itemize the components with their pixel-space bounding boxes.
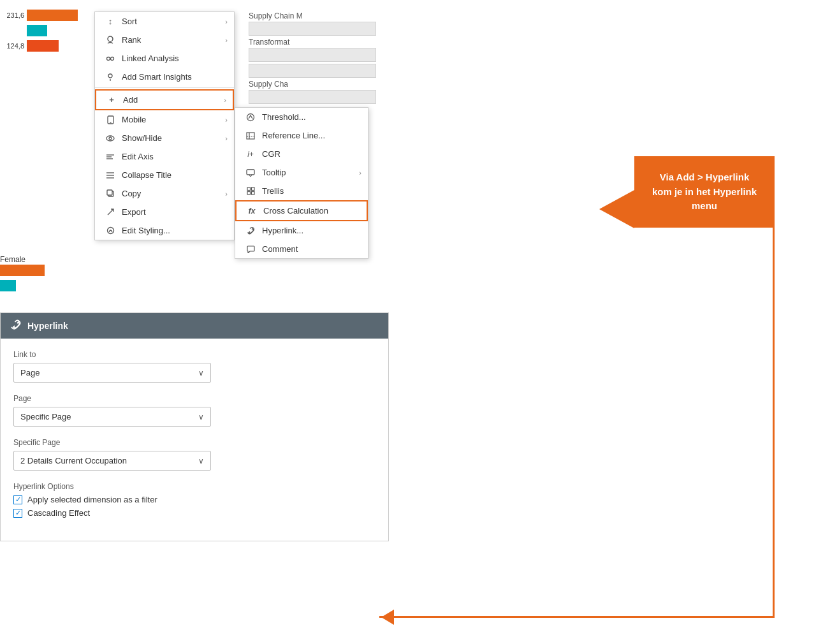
svg-point-1 [107,57,110,60]
table-label-4: Supply Cha [249,80,376,89]
menu-label-rank: Rank [122,35,141,45]
show-hide-icon [104,135,117,142]
small-bar-teal [0,280,16,291]
link-to-select[interactable]: Page ∨ [13,363,211,383]
submenu-label-comment: Comment [262,244,298,254]
menu-item-smart-insights[interactable]: Add Smart Insights [95,68,234,86]
menu-item-linked-analysis[interactable]: Linked Analysis [95,49,234,68]
rank-icon [104,36,117,45]
rank-arrow: › [225,36,228,44]
female-label: Female [0,255,26,264]
checkbox-label-1: Apply selected dimension as a filter [27,495,157,504]
menu-item-mobile[interactable]: Mobile › [95,110,234,129]
svg-rect-27 [251,192,254,195]
submenu-label-hyperlink: Hyperlink... [262,226,303,235]
menu-item-sort[interactable]: ↕ Sort › [95,12,234,31]
connector-vertical [773,209,775,617]
callout-text: Via Add > Hyperlinkkom je in het Hyperli… [652,172,757,211]
menu-item-rank[interactable]: Rank › [95,31,234,49]
add-arrow: › [224,96,226,104]
checkbox-row-2[interactable]: ✓ Cascading Effect [13,508,375,518]
separator-1 [95,87,234,88]
table-area: Supply Chain M Transformat Supply Cha [249,11,376,106]
hyperlink-header-icon [11,319,21,332]
bar-label-1: 231,6 [0,11,24,19]
add-icon: + [105,95,118,105]
chart-area: 231,6 124,8 [0,10,96,55]
linked-analysis-icon [104,54,117,63]
hyperlink-submenu-icon [244,226,257,235]
table-cell-4 [249,90,376,104]
specific-page-chevron: ∨ [198,457,204,465]
hyperlink-header-label: Hyperlink [27,321,68,331]
specific-page-group: Specific Page 2 Details Current Occupati… [13,438,375,471]
menu-label-mobile: Mobile [122,115,146,124]
checkbox-2[interactable]: ✓ [13,509,22,518]
submenu-item-threshold[interactable]: Threshold... [235,108,368,126]
submenu-item-cgr[interactable]: i+ CGR [235,145,368,163]
table-label-2: Transformat [249,38,376,47]
trellis-icon [244,187,257,195]
specific-page-select[interactable]: 2 Details Current Occupation ∨ [13,451,211,471]
mobile-icon [104,115,117,124]
submenu-item-tooltip[interactable]: Tooltip › [235,163,368,182]
connector-horizontal [379,616,775,618]
small-bar-row-1 [0,265,89,276]
copy-arrow: › [225,190,228,198]
link-to-group: Link to Page ∨ [13,350,375,383]
menu-label-edit-axis: Edit Axis [122,152,154,161]
table-cell-3 [249,64,376,78]
callout-arrow [599,190,634,228]
menu-item-show-hide[interactable]: Show/Hide › [95,129,234,147]
menu-item-edit-styling[interactable]: Edit Styling... [95,221,234,240]
link-to-chevron: ∨ [198,369,204,377]
bar-row-teal [0,25,96,36]
bar-teal-1 [27,25,47,36]
sort-icon: ↕ [104,17,117,26]
specific-page-label: Specific Page [13,438,375,447]
menu-label-edit-styling: Edit Styling... [122,226,170,235]
submenu-item-hyperlink[interactable]: Hyperlink... [235,221,368,240]
link-to-label: Link to [13,350,375,359]
callout-box: Via Add > Hyperlinkkom je in het Hyperli… [634,156,775,228]
edit-axis-icon [104,153,117,161]
hyperlink-panel: Hyperlink Link to Page ∨ Page Specific P… [0,312,389,541]
check-mark-2: ✓ [15,509,21,517]
menu-label-copy: Copy [122,189,141,198]
menu-label-sort: Sort [122,17,137,26]
checkbox-label-2: Cascading Effect [27,508,90,518]
menu-item-collapse-title[interactable]: Collapse Title [95,166,234,184]
table-cell-1 [249,22,376,36]
menu-item-copy[interactable]: Copy › [95,184,234,203]
svg-rect-24 [247,187,251,191]
checkbox-row-1[interactable]: ✓ Apply selected dimension as a filter [13,495,375,504]
table-label-1: Supply Chain M [249,11,376,20]
submenu-item-reference-line[interactable]: Reference Line... [235,126,368,145]
copy-icon [104,189,117,198]
menu-item-edit-axis[interactable]: Edit Axis [95,147,234,166]
svg-point-4 [108,74,112,78]
cross-calculation-icon: fx [245,207,258,216]
submenu-item-trellis[interactable]: Trellis [235,182,368,200]
tooltip-arrow: › [359,169,361,177]
page-group: Page Specific Page ∨ [13,394,375,427]
svg-rect-26 [247,192,251,195]
menu-item-add[interactable]: + Add › [95,89,234,110]
svg-rect-20 [247,133,254,139]
submenu-item-cross-calculation[interactable]: fx Cross Calculation [235,200,368,221]
hyperlink-options-label: Hyperlink Options [13,482,375,491]
specific-page-value: 2 Details Current Occupation [20,456,127,465]
page-label: Page [13,394,375,403]
submenu-label-reference-line: Reference Line... [262,131,325,140]
submenu-item-comment[interactable]: Comment [235,240,368,258]
small-bars-area [0,265,89,295]
menu-item-export[interactable]: Export [95,203,234,221]
page-select[interactable]: Specific Page ∨ [13,407,211,427]
submenu-label-threshold: Threshold... [262,112,306,122]
svg-point-8 [106,136,114,141]
checkbox-1[interactable]: ✓ [13,495,22,504]
page-value: Specific Page [20,412,71,421]
menu-label-export: Export [122,207,146,217]
submenu-label-trellis: Trellis [262,186,284,196]
export-icon [104,208,117,216]
